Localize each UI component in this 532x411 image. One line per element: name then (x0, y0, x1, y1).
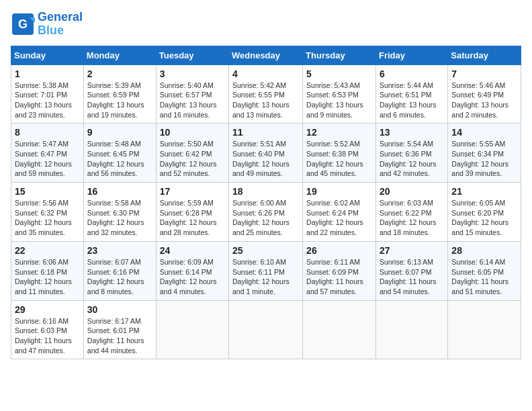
day-number: 13 (380, 127, 444, 138)
day-number: 21 (451, 186, 517, 197)
weekday-sunday: Sunday (11, 46, 84, 64)
day-cell: 27Sunrise: 6:13 AM Sunset: 6:07 PM Dayli… (375, 241, 447, 300)
day-cell: 1Sunrise: 5:38 AM Sunset: 7:01 PM Daylig… (11, 64, 84, 124)
day-cell: 13Sunrise: 5:54 AM Sunset: 6:36 PM Dayli… (375, 124, 447, 183)
weekday-header-row: SundayMondayTuesdayWednesdayThursdayFrid… (11, 46, 521, 64)
day-info: Sunrise: 5:46 AM Sunset: 6:49 PM Dayligh… (451, 81, 517, 120)
logo-text: General Blue (38, 11, 83, 38)
day-number: 5 (306, 68, 372, 79)
day-info: Sunrise: 6:16 AM Sunset: 6:03 PM Dayligh… (15, 316, 80, 356)
weekday-friday: Friday (375, 46, 447, 64)
day-number: 27 (380, 245, 444, 256)
day-cell: 9Sunrise: 5:48 AM Sunset: 6:45 PM Daylig… (83, 124, 156, 183)
day-info: Sunrise: 5:47 AM Sunset: 6:47 PM Dayligh… (15, 139, 80, 179)
weekday-wednesday: Wednesday (229, 46, 303, 64)
calendar-table: SundayMondayTuesdayWednesdayThursdayFrid… (11, 46, 521, 360)
day-cell: 21Sunrise: 6:05 AM Sunset: 6:20 PM Dayli… (448, 183, 521, 242)
week-row-5: 29Sunrise: 6:16 AM Sunset: 6:03 PM Dayli… (11, 300, 521, 359)
day-number: 6 (380, 68, 444, 79)
day-cell: 10Sunrise: 5:50 AM Sunset: 6:42 PM Dayli… (156, 124, 228, 183)
day-cell: 17Sunrise: 5:59 AM Sunset: 6:28 PM Dayli… (156, 183, 228, 242)
day-info: Sunrise: 6:17 AM Sunset: 6:01 PM Dayligh… (87, 316, 152, 356)
day-number: 3 (160, 68, 225, 79)
day-number: 11 (232, 127, 299, 138)
day-number: 10 (160, 127, 225, 138)
day-cell: 24Sunrise: 6:09 AM Sunset: 6:14 PM Dayli… (156, 241, 228, 300)
day-info: Sunrise: 6:10 AM Sunset: 6:11 PM Dayligh… (232, 257, 299, 297)
day-info: Sunrise: 6:06 AM Sunset: 6:18 PM Dayligh… (15, 257, 80, 297)
day-info: Sunrise: 6:00 AM Sunset: 6:26 PM Dayligh… (232, 198, 299, 238)
day-info: Sunrise: 6:11 AM Sunset: 6:09 PM Dayligh… (306, 257, 372, 297)
day-info: Sunrise: 5:50 AM Sunset: 6:42 PM Dayligh… (160, 139, 225, 179)
day-cell: 20Sunrise: 6:03 AM Sunset: 6:22 PM Dayli… (375, 183, 447, 242)
day-number: 17 (160, 186, 225, 197)
day-info: Sunrise: 5:43 AM Sunset: 6:53 PM Dayligh… (306, 81, 372, 120)
day-info: Sunrise: 5:40 AM Sunset: 6:57 PM Dayligh… (160, 81, 225, 120)
day-number: 30 (87, 304, 152, 315)
day-cell: 7Sunrise: 5:46 AM Sunset: 6:49 PM Daylig… (448, 64, 521, 124)
calendar-body: 1Sunrise: 5:38 AM Sunset: 7:01 PM Daylig… (11, 64, 521, 359)
day-cell: 26Sunrise: 6:11 AM Sunset: 6:09 PM Dayli… (303, 241, 376, 300)
day-info: Sunrise: 5:42 AM Sunset: 6:55 PM Dayligh… (232, 81, 299, 120)
weekday-monday: Monday (83, 46, 156, 64)
day-info: Sunrise: 5:52 AM Sunset: 6:38 PM Dayligh… (306, 139, 372, 179)
weekday-tuesday: Tuesday (156, 46, 228, 64)
day-number: 20 (380, 186, 444, 197)
day-number: 9 (87, 127, 152, 138)
day-info: Sunrise: 5:54 AM Sunset: 6:36 PM Dayligh… (380, 139, 444, 179)
day-info: Sunrise: 6:13 AM Sunset: 6:07 PM Dayligh… (380, 257, 444, 297)
day-number: 14 (451, 127, 517, 138)
day-number: 8 (15, 127, 80, 138)
day-cell (303, 300, 376, 359)
day-number: 29 (15, 304, 80, 315)
day-number: 19 (306, 186, 372, 197)
page-header: G General Blue (11, 11, 521, 38)
week-row-1: 1Sunrise: 5:38 AM Sunset: 7:01 PM Daylig… (11, 64, 521, 124)
day-cell: 18Sunrise: 6:00 AM Sunset: 6:26 PM Dayli… (229, 183, 303, 242)
day-info: Sunrise: 5:38 AM Sunset: 7:01 PM Dayligh… (15, 81, 80, 120)
day-cell: 8Sunrise: 5:47 AM Sunset: 6:47 PM Daylig… (11, 124, 84, 183)
day-number: 24 (160, 245, 225, 256)
day-info: Sunrise: 6:02 AM Sunset: 6:24 PM Dayligh… (306, 198, 372, 238)
day-info: Sunrise: 5:58 AM Sunset: 6:30 PM Dayligh… (87, 198, 152, 238)
day-info: Sunrise: 5:39 AM Sunset: 6:59 PM Dayligh… (87, 81, 152, 120)
day-number: 22 (15, 245, 80, 256)
day-cell: 4Sunrise: 5:42 AM Sunset: 6:55 PM Daylig… (229, 64, 303, 124)
day-cell: 29Sunrise: 6:16 AM Sunset: 6:03 PM Dayli… (11, 300, 84, 359)
weekday-saturday: Saturday (448, 46, 521, 64)
day-number: 1 (15, 68, 80, 79)
day-cell: 23Sunrise: 6:07 AM Sunset: 6:16 PM Dayli… (83, 241, 156, 300)
day-info: Sunrise: 6:14 AM Sunset: 6:05 PM Dayligh… (451, 257, 517, 297)
day-number: 7 (451, 68, 517, 79)
week-row-4: 22Sunrise: 6:06 AM Sunset: 6:18 PM Dayli… (11, 241, 521, 300)
day-cell: 28Sunrise: 6:14 AM Sunset: 6:05 PM Dayli… (448, 241, 521, 300)
day-info: Sunrise: 5:56 AM Sunset: 6:32 PM Dayligh… (15, 198, 80, 238)
day-cell: 30Sunrise: 6:17 AM Sunset: 6:01 PM Dayli… (83, 300, 156, 359)
day-cell: 22Sunrise: 6:06 AM Sunset: 6:18 PM Dayli… (11, 241, 84, 300)
day-number: 4 (232, 68, 299, 79)
logo: G General Blue (11, 11, 83, 38)
day-cell: 3Sunrise: 5:40 AM Sunset: 6:57 PM Daylig… (156, 64, 228, 124)
day-cell: 5Sunrise: 5:43 AM Sunset: 6:53 PM Daylig… (303, 64, 376, 124)
day-cell: 19Sunrise: 6:02 AM Sunset: 6:24 PM Dayli… (303, 183, 376, 242)
day-number: 2 (87, 68, 152, 79)
day-number: 25 (232, 245, 299, 256)
day-info: Sunrise: 6:03 AM Sunset: 6:22 PM Dayligh… (380, 198, 444, 238)
day-cell (229, 300, 303, 359)
day-cell: 12Sunrise: 5:52 AM Sunset: 6:38 PM Dayli… (303, 124, 376, 183)
day-number: 16 (87, 186, 152, 197)
day-cell (375, 300, 447, 359)
day-number: 23 (87, 245, 152, 256)
day-info: Sunrise: 5:55 AM Sunset: 6:34 PM Dayligh… (451, 139, 517, 179)
day-number: 28 (451, 245, 517, 256)
day-cell: 16Sunrise: 5:58 AM Sunset: 6:30 PM Dayli… (83, 183, 156, 242)
day-number: 18 (232, 186, 299, 197)
logo-icon: G (11, 12, 35, 36)
day-cell: 15Sunrise: 5:56 AM Sunset: 6:32 PM Dayli… (11, 183, 84, 242)
day-cell: 14Sunrise: 5:55 AM Sunset: 6:34 PM Dayli… (448, 124, 521, 183)
week-row-3: 15Sunrise: 5:56 AM Sunset: 6:32 PM Dayli… (11, 183, 521, 242)
day-number: 26 (306, 245, 372, 256)
day-cell (448, 300, 521, 359)
day-info: Sunrise: 6:05 AM Sunset: 6:20 PM Dayligh… (451, 198, 517, 238)
day-cell: 11Sunrise: 5:51 AM Sunset: 6:40 PM Dayli… (229, 124, 303, 183)
